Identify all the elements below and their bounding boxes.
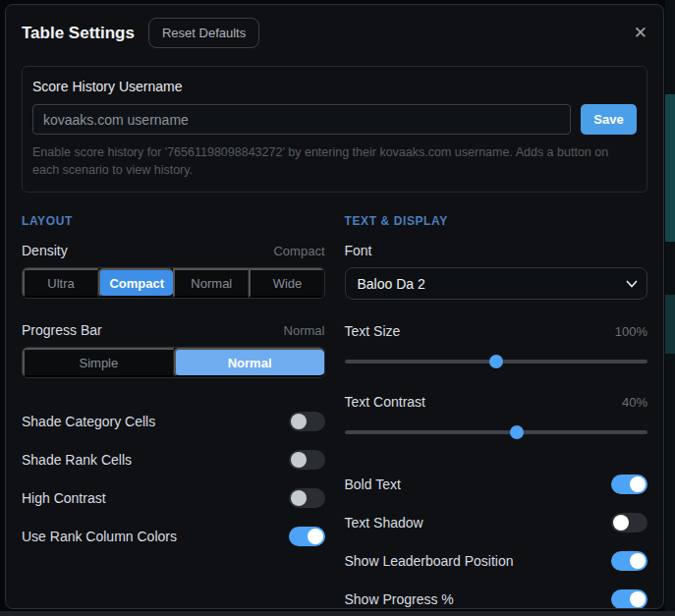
shade-rank-cells-label: Shade Rank Cells xyxy=(22,452,132,468)
toggle-row-text-shadow: Text Shadow xyxy=(345,503,648,541)
background-table-fragment xyxy=(665,295,675,354)
text-size-label: Text Size xyxy=(345,323,401,339)
progress-bar-label: Progress Bar xyxy=(22,322,102,338)
toggle-knob xyxy=(630,476,646,492)
density-option-ultra[interactable]: Ultra xyxy=(23,268,98,298)
shade-category-cells-toggle[interactable] xyxy=(289,412,325,431)
bold-text-label: Bold Text xyxy=(345,476,401,492)
progress-bar-value: Normal xyxy=(284,323,325,338)
density-segmented-control: Ultra Compact Normal Wide xyxy=(22,267,325,299)
table-settings-modal: Table Settings Reset Defaults ✕ Score Hi… xyxy=(5,4,664,609)
text-size-value: 100% xyxy=(615,324,647,339)
text-contrast-slider-knob[interactable] xyxy=(510,425,524,439)
density-option-wide[interactable]: Wide xyxy=(249,268,323,298)
kovaaks-username-input[interactable] xyxy=(32,104,571,135)
text-contrast-slider[interactable] xyxy=(345,425,648,439)
density-value: Compact xyxy=(273,244,324,258)
toggle-knob xyxy=(291,414,307,429)
save-button[interactable]: Save xyxy=(581,104,637,135)
toggle-knob xyxy=(613,515,629,531)
font-field-row: Font xyxy=(345,243,648,258)
progress-bar-option-normal[interactable]: Normal xyxy=(174,348,324,377)
layout-section-header: LAYOUT xyxy=(22,214,325,228)
text-shadow-toggle[interactable] xyxy=(611,513,647,532)
slider-track xyxy=(345,430,648,434)
chevron-down-icon xyxy=(626,280,638,288)
score-history-input-row: Save xyxy=(32,104,637,135)
shade-category-cells-label: Shade Category Cells xyxy=(22,414,155,429)
toggle-row-show-leaderboard-position: Show Leaderboard Position xyxy=(345,541,648,580)
layout-column: LAYOUT Density Compact Ultra Compact Nor… xyxy=(22,214,325,609)
background-table-fragment xyxy=(665,94,675,242)
score-history-label: Score History Username xyxy=(32,79,637,94)
show-progress-percent-toggle[interactable] xyxy=(611,589,647,609)
use-rank-column-colors-toggle[interactable] xyxy=(289,527,325,546)
text-size-slider[interactable] xyxy=(345,355,648,368)
density-label: Density xyxy=(22,243,68,258)
bold-text-toggle[interactable] xyxy=(611,475,647,494)
text-shadow-label: Text Shadow xyxy=(345,515,423,531)
toggle-knob xyxy=(291,490,307,506)
close-icon[interactable]: ✕ xyxy=(634,25,647,41)
text-size-field-row: Text Size 100% xyxy=(345,323,648,339)
text-contrast-label: Text Contrast xyxy=(345,394,425,410)
toggle-knob xyxy=(291,452,307,468)
toggle-knob xyxy=(630,591,646,607)
text-display-column: TEXT & DISPLAY Font Baloo Da 2 Text Size… xyxy=(345,214,648,609)
text-size-slider-knob[interactable] xyxy=(489,355,503,368)
text-contrast-value: 40% xyxy=(622,395,647,410)
high-contrast-toggle[interactable] xyxy=(289,488,325,508)
density-field-row: Density Compact xyxy=(22,243,325,258)
score-history-panel: Score History Username Save Enable score… xyxy=(22,66,647,193)
density-option-compact[interactable]: Compact xyxy=(98,268,173,298)
progress-bar-segmented-control: Simple Normal xyxy=(22,347,325,378)
font-select-value: Baloo Da 2 xyxy=(358,276,425,292)
font-label: Font xyxy=(345,243,372,258)
show-progress-percent-label: Show Progress % xyxy=(345,591,454,607)
use-rank-column-colors-label: Use Rank Column Colors xyxy=(22,529,177,544)
progress-bar-option-simple[interactable]: Simple xyxy=(23,348,174,377)
modal-header: Table Settings Reset Defaults ✕ xyxy=(6,5,663,56)
high-contrast-label: High Contrast xyxy=(22,490,106,506)
text-display-section-header: TEXT & DISPLAY xyxy=(345,214,648,228)
font-select[interactable]: Baloo Da 2 xyxy=(345,267,648,300)
toggle-knob xyxy=(630,553,646,569)
reset-defaults-button[interactable]: Reset Defaults xyxy=(148,18,259,48)
shade-rank-cells-toggle[interactable] xyxy=(289,450,325,470)
background-behind-modal xyxy=(0,611,675,616)
show-leaderboard-position-toggle[interactable] xyxy=(611,551,647,571)
progress-bar-field-row: Progress Bar Normal xyxy=(22,322,325,338)
toggle-row-shade-category-cells: Shade Category Cells xyxy=(22,402,325,440)
toggle-row-shade-rank-cells: Shade Rank Cells xyxy=(22,440,325,478)
toggle-row-use-rank-column-colors: Use Rank Column Colors xyxy=(22,517,325,555)
toggle-row-bold-text: Bold Text xyxy=(345,465,648,503)
show-leaderboard-position-label: Show Leaderboard Position xyxy=(345,553,514,569)
toggle-row-high-contrast: High Contrast xyxy=(22,478,325,517)
density-option-normal[interactable]: Normal xyxy=(173,268,249,298)
score-history-help-text: Enable score history for '76561198098843… xyxy=(32,144,637,179)
settings-columns: LAYOUT Density Compact Ultra Compact Nor… xyxy=(6,193,663,609)
text-contrast-field-row: Text Contrast 40% xyxy=(345,394,648,410)
modal-title: Table Settings xyxy=(22,24,135,43)
toggle-knob xyxy=(308,529,323,544)
toggle-row-show-progress-percent: Show Progress % xyxy=(345,580,648,609)
